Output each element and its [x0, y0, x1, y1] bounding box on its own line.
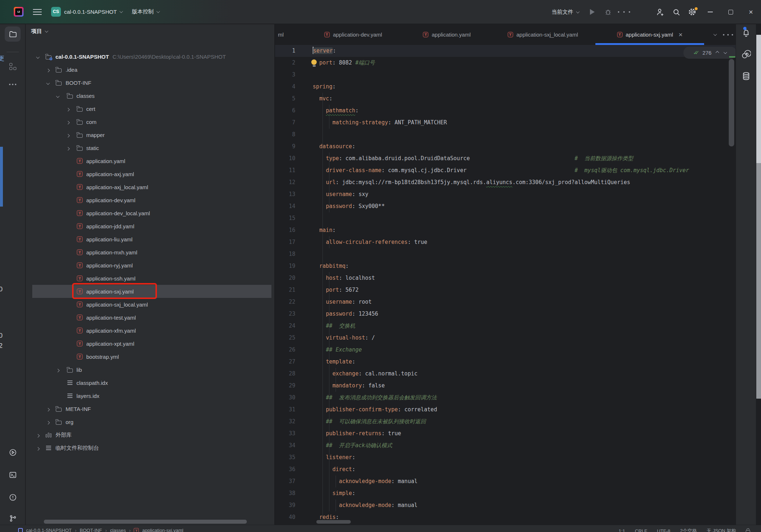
code-line[interactable]: 6 pathmatch:: [275, 105, 736, 117]
code-with-me-button[interactable]: [652, 5, 668, 19]
close-window-button[interactable]: ×: [741, 4, 761, 20]
code-line[interactable]: 31 publisher-confirm-type: correlated: [275, 404, 736, 416]
chevron-right-icon[interactable]: [47, 67, 49, 73]
tree-item-BOOT-INF[interactable]: BOOT-INF: [26, 76, 274, 89]
next-problem-button[interactable]: [724, 50, 727, 54]
code-line[interactable]: 33 publisher-returns: true: [275, 428, 736, 440]
tree-item-com[interactable]: com: [26, 115, 274, 128]
tree-item-application-liu.yaml[interactable]: Yapplication-liu.yaml: [26, 233, 274, 246]
structure-tool-button[interactable]: [5, 59, 21, 74]
more-actions-button[interactable]: [616, 5, 632, 19]
chevron-right-icon[interactable]: [57, 367, 59, 373]
editor-horizontal-scrollbar[interactable]: [316, 520, 351, 524]
code-line[interactable]: 30 ## 发布消息成功到交换器后会触发回调方法: [275, 392, 736, 404]
code-line[interactable]: 22 username: root: [275, 296, 736, 308]
code-line[interactable]: 17 allow-circular-references: true: [275, 236, 736, 248]
code-line[interactable]: 38 simple:: [275, 487, 736, 499]
terminal-tool-button[interactable]: [5, 467, 21, 482]
code-line[interactable]: 32 ## 可以确保消息在未被队列接收时返回: [275, 416, 736, 428]
code-line[interactable]: 27 template:: [275, 356, 736, 368]
code-line[interactable]: 36 direct:: [275, 464, 736, 475]
tree-item-临时文件和控制台[interactable]: 临时文件和控制台: [26, 441, 274, 454]
breadcrumb-item[interactable]: cal-0.0.1-SNAPSHOT: [26, 528, 72, 532]
code-line[interactable]: 12 url: jdbc:mysql://rm-bp18td28bsh13f5j…: [275, 176, 736, 188]
tab-application-sxj_local.yaml[interactable]: Yapplication-sxj_local.yaml: [490, 24, 595, 45]
chevron-right-icon[interactable]: [47, 419, 49, 425]
tree-item-application-jdd.yaml[interactable]: Yapplication-jdd.yaml: [26, 220, 274, 233]
tree-item-lib[interactable]: lib: [26, 363, 274, 376]
scrolled-tab-fragment[interactable]: ml: [278, 24, 284, 45]
minimize-button[interactable]: [700, 4, 720, 20]
tree-item-bootstrap.yml[interactable]: Ybootstrap.yml: [26, 350, 274, 363]
code-line[interactable]: 20 host: localhost: [275, 272, 736, 284]
services-tool-button[interactable]: [5, 445, 21, 460]
code-line[interactable]: 5 mvc:: [275, 93, 736, 105]
code-line[interactable]: 21 port: 5672: [275, 284, 736, 296]
status-item[interactable]: 无 JSON 架构: [707, 528, 736, 532]
code-line[interactable]: 9 datasource:: [275, 141, 736, 153]
run-button[interactable]: [584, 5, 600, 19]
code-line[interactable]: 3: [275, 69, 736, 81]
debug-button[interactable]: [600, 5, 616, 19]
code-line[interactable]: 19 rabbitmq:: [275, 260, 736, 272]
code-line[interactable]: 26 ## Exchange: [275, 344, 736, 356]
database-button[interactable]: [736, 71, 756, 81]
notifications-button[interactable]: [736, 28, 756, 37]
tab-list-dropdown-button[interactable]: [708, 24, 722, 45]
chevron-right-icon[interactable]: [67, 106, 69, 112]
code-line[interactable]: 39 acknowledge-mode: manual: [275, 499, 736, 511]
breadcrumb-item[interactable]: classes: [110, 528, 126, 532]
tree-item-application-mxh.yaml[interactable]: Yapplication-mxh.yaml: [26, 246, 274, 259]
tree-item-static[interactable]: static: [26, 141, 274, 154]
search-everywhere-button[interactable]: [668, 5, 684, 19]
chevron-down-icon[interactable]: [57, 93, 59, 99]
status-item[interactable]: CRLF: [635, 528, 647, 532]
code-line[interactable]: 1server:: [275, 45, 736, 57]
code-line[interactable]: 25 virtual-host: /: [275, 332, 736, 344]
code-line[interactable]: 28 exchange: cal.normal.topic: [275, 368, 736, 380]
code-line[interactable]: 18: [275, 248, 736, 260]
tab-options-button[interactable]: [722, 24, 735, 45]
status-item[interactable]: 2个空格: [680, 528, 697, 532]
breadcrumb-item[interactable]: BOOT-INF: [80, 528, 102, 532]
code-line[interactable]: 29 mandatory: false: [275, 380, 736, 392]
inspections-widget[interactable]: ✓✓ 276: [683, 47, 736, 59]
chevron-down-icon[interactable]: [37, 54, 39, 60]
vcs-widget[interactable]: 版本控制: [132, 8, 159, 15]
tab-application-dev.yaml[interactable]: Yapplication-dev.yaml: [303, 24, 403, 45]
tree-item-mapper[interactable]: mapper: [26, 128, 274, 141]
chevron-right-icon[interactable]: [67, 145, 69, 151]
code-line[interactable]: 35 listener:: [275, 452, 736, 464]
code-line[interactable]: 14 password: Sxy000**: [275, 200, 736, 212]
chevron-right-icon[interactable]: [67, 119, 69, 125]
tree-item-cert[interactable]: cert: [26, 102, 274, 115]
code-line[interactable]: 11 driver-class-name: com.mysql.cj.jdbc.…: [275, 165, 736, 176]
tab-application-sxj.yaml[interactable]: Yapplication-sxj.yaml×: [595, 24, 704, 45]
tree-item-application.yaml[interactable]: Yapplication.yaml: [26, 154, 274, 167]
tree-item-application-xfm.yaml[interactable]: Yapplication-xfm.yaml: [26, 324, 274, 337]
intention-lightbulb-icon[interactable]: [311, 59, 317, 65]
chevron-right-icon[interactable]: [37, 432, 39, 438]
status-item[interactable]: UTF-8: [657, 528, 670, 532]
tree-item-application-ryj.yaml[interactable]: Yapplication-ryj.yaml: [26, 259, 274, 272]
code-line[interactable]: 34 ## 开启手ack动确认模式: [275, 440, 736, 452]
project-tool-button[interactable]: [5, 26, 21, 42]
problems-tool-button[interactable]: [5, 490, 21, 505]
editor-vertical-scrollbar[interactable]: [729, 59, 734, 146]
project-panel-horizontal-scrollbar[interactable]: [44, 520, 247, 524]
code-line[interactable]: 37 acknowledge-mode: manual: [275, 475, 736, 487]
tree-item-application-dev.yaml[interactable]: Yapplication-dev.yaml: [26, 194, 274, 207]
close-tab-button[interactable]: ×: [678, 31, 682, 38]
chevron-right-icon[interactable]: [47, 406, 49, 412]
chevron-down-icon[interactable]: [47, 80, 49, 86]
status-item[interactable]: 1:1: [619, 528, 625, 532]
tree-item-META-INF[interactable]: META-INF: [26, 402, 274, 415]
chevron-right-icon[interactable]: [37, 445, 39, 451]
previous-problem-button[interactable]: [716, 51, 719, 55]
code-line[interactable]: 23 password: 123456: [275, 308, 736, 320]
code-line[interactable]: 15: [275, 212, 736, 224]
editor-area[interactable]: ml Yapplication-dev.yamlYapplication.yam…: [275, 24, 736, 525]
ai-assistant-button[interactable]: [736, 50, 756, 59]
unlocked-icon[interactable]: [746, 530, 750, 532]
version-control-tool-button[interactable]: [5, 511, 21, 526]
